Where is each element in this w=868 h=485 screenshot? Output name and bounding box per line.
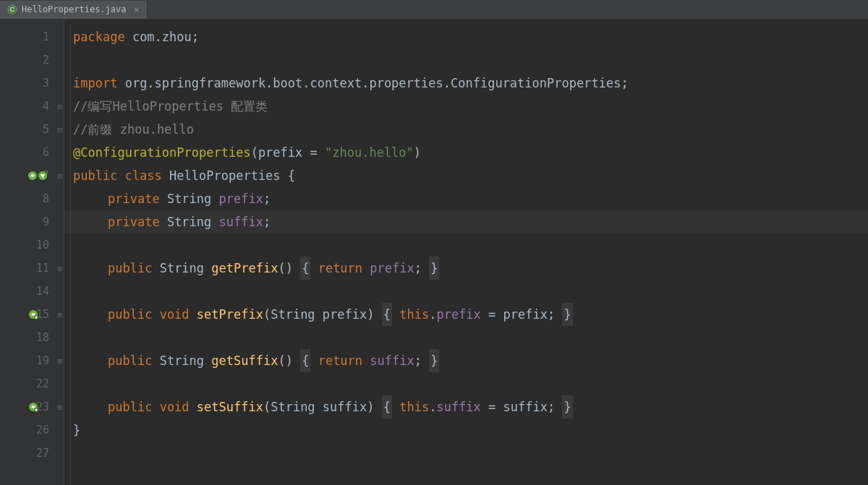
code-line[interactable]: package com.zhou; — [64, 25, 868, 48]
code-token: prefix — [436, 303, 480, 326]
code-token — [310, 257, 318, 280]
gutter-line[interactable]: 19⊞ — [0, 349, 64, 372]
code-token: HelloProperties — [169, 164, 281, 187]
code-line[interactable]: //前缀 zhou.hello — [64, 118, 868, 141]
fold-icon[interactable]: ⊟ — [57, 171, 62, 181]
code-line[interactable] — [64, 372, 868, 395]
code-token: import — [73, 72, 125, 95]
code-token: { — [300, 257, 310, 280]
gutter-line[interactable]: 14 — [0, 280, 64, 303]
fold-icon[interactable]: ⊞ — [57, 403, 62, 412]
code-line[interactable] — [64, 280, 868, 303]
code-line[interactable]: //编写HelloProperties 配置类 — [64, 95, 868, 118]
code-token: "zhou.hello" — [325, 141, 414, 164]
gutter-line[interactable]: 2 — [0, 48, 64, 72]
code-token: setPrefix — [197, 303, 263, 326]
code-line[interactable]: import org.springframework.boot.context.… — [64, 72, 868, 95]
code-token: } — [562, 303, 572, 326]
code-token: @ConfigurationProperties — [73, 141, 251, 164]
gutter-line[interactable]: 22 — [0, 372, 64, 395]
gutter-line[interactable]: 11⊞ — [0, 257, 64, 280]
fold-icon[interactable]: ⊟ — [57, 102, 62, 111]
code-token: //编写HelloProperties 配置类 — [73, 95, 268, 118]
gutter-line[interactable]: 8 — [0, 187, 64, 210]
line-number: 2 — [43, 53, 49, 66]
gutter-line[interactable]: 23⊞ — [0, 395, 64, 419]
code-token: public class — [73, 164, 169, 187]
code-token: } — [562, 395, 572, 419]
code-line[interactable]: private String suffix; — [64, 210, 868, 233]
code-line[interactable]: public String getPrefix() { return prefi… — [64, 257, 868, 280]
code-token: suffix — [436, 395, 480, 419]
code-token: package — [73, 25, 132, 48]
gutter-line[interactable]: 18 — [0, 326, 64, 349]
code-token: { — [281, 164, 295, 187]
code-token: public void — [108, 395, 197, 419]
line-number: 9 — [43, 215, 49, 228]
code-token — [310, 349, 318, 372]
code-line[interactable]: public void setSuffix(String suffix) { t… — [64, 395, 868, 419]
fold-icon[interactable]: ⊞ — [57, 310, 62, 319]
spring-icon[interactable] — [27, 170, 49, 181]
code-token: prefix — [370, 257, 414, 280]
line-number: 5 — [43, 123, 49, 136]
gutter-line[interactable]: 27 — [0, 442, 64, 465]
gutter-line[interactable]: 5⊟ — [0, 118, 64, 141]
code-line[interactable] — [64, 233, 868, 257]
code-line[interactable]: public void setPrefix(String prefix) { t… — [64, 303, 868, 326]
code-token: public — [108, 257, 160, 280]
code-token: ) — [414, 141, 421, 164]
code-token: ; — [263, 210, 271, 233]
code-token: this — [399, 303, 429, 326]
spring-icon[interactable] — [27, 401, 49, 413]
line-number: 4 — [43, 100, 49, 113]
gutter-line[interactable]: 3 — [0, 72, 64, 95]
gutter-line[interactable]: 15⊞ — [0, 303, 64, 326]
code-token — [422, 349, 429, 372]
fold-icon[interactable]: ⊞ — [57, 264, 62, 273]
code-token: ; — [263, 187, 271, 210]
code-line[interactable]: } — [64, 419, 868, 442]
code-token: public — [108, 349, 160, 372]
code-token: (prefix = — [251, 141, 325, 164]
code-token: setSuffix — [197, 395, 263, 419]
gutter-line[interactable]: 10 — [0, 233, 64, 257]
code-line[interactable] — [64, 326, 868, 349]
code-token: { — [382, 303, 392, 326]
code-line[interactable]: public class HelloProperties { — [64, 164, 868, 187]
line-number: 14 — [36, 285, 49, 298]
close-icon[interactable]: × — [134, 4, 140, 15]
gutter-line[interactable]: 7⊟ — [0, 164, 64, 187]
fold-icon[interactable]: ⊞ — [57, 356, 62, 366]
gutter-line[interactable]: 4⊟ — [0, 95, 64, 118]
gutter-line[interactable]: 26 — [0, 419, 64, 442]
code-line[interactable]: @ConfigurationProperties(prefix = "zhou.… — [64, 141, 868, 164]
code-line[interactable]: private String prefix; — [64, 187, 868, 210]
spring-icon[interactable] — [27, 309, 49, 320]
code-token: { — [382, 395, 392, 419]
code-line[interactable] — [64, 442, 868, 465]
code-line[interactable] — [64, 48, 868, 72]
code-token: = suffix; — [481, 395, 563, 419]
code-token — [392, 395, 399, 419]
editor-area: 1234⊟5⊟67⊟891011⊞1415⊞1819⊞2223⊞2627 pac… — [0, 20, 868, 485]
svg-text:C: C — [10, 6, 15, 13]
file-tab[interactable]: C HelloProperties.java × — [0, 1, 148, 19]
gutter-line[interactable]: 6 — [0, 141, 64, 164]
line-number: 27 — [36, 447, 49, 460]
code-token: } — [73, 419, 80, 442]
gutter-line[interactable]: 9 — [0, 210, 64, 233]
code-token: String — [160, 349, 212, 372]
code-line[interactable]: public String getSuffix() { return suffi… — [64, 349, 868, 372]
line-number: 26 — [36, 424, 49, 437]
indent-guide — [70, 25, 71, 485]
gutter-line[interactable]: 1 — [0, 25, 64, 48]
tab-filename: HelloProperties.java — [22, 4, 127, 14]
fold-icon[interactable]: ⊟ — [57, 125, 62, 134]
code-token: org.springframework.boot.context.propert… — [125, 72, 621, 95]
tab-bar: C HelloProperties.java × — [0, 0, 868, 20]
line-number: 10 — [36, 239, 49, 252]
code-area[interactable]: package com.zhou;import org.springframew… — [64, 20, 868, 485]
line-number: 1 — [43, 30, 49, 43]
code-token: ; — [414, 257, 422, 280]
